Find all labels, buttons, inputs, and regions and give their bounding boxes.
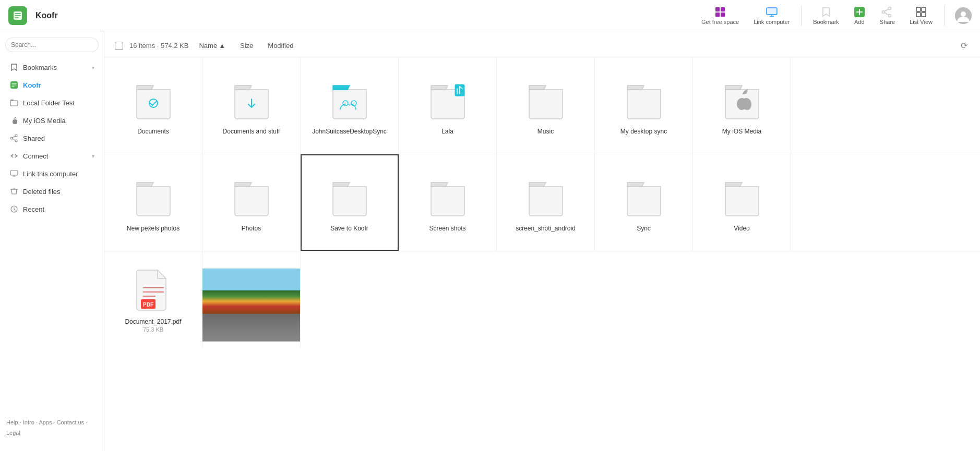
file-name: Documents: [137, 128, 169, 135]
app-title: Koofr: [35, 11, 58, 20]
folder-photos[interactable]: Photos: [202, 154, 301, 251]
search-input[interactable]: [5, 38, 99, 52]
topbar-divider-1: [801, 5, 802, 26]
share-button[interactable]: Share: [875, 3, 900, 28]
svg-rect-3: [715, 13, 720, 17]
folder-icon: [623, 174, 665, 221]
folder-screen-shoti[interactable]: screen_shoti_android: [497, 154, 595, 251]
folder-icon: [721, 174, 763, 221]
image-preview: [202, 269, 301, 342]
svg-rect-4: [721, 13, 725, 17]
grid-row-3: PDF Document_2017.pdf 75.3 KB: [104, 251, 980, 348]
svg-rect-21: [10, 170, 18, 175]
connect-chevron-icon: ▾: [92, 153, 94, 159]
folder-icon: [329, 77, 371, 124]
footer-apps-link[interactable]: Apps: [39, 419, 52, 425]
folder-music[interactable]: Music: [497, 57, 595, 154]
folder-video[interactable]: Video: [693, 154, 791, 251]
file-name: Screen shots: [429, 225, 465, 232]
link-computer-button[interactable]: Link computer: [748, 3, 795, 28]
share-icon: [9, 133, 19, 143]
main-layout: Bookmarks ▾ Koofr Local Folder Test: [0, 31, 980, 451]
list-view-button[interactable]: List View: [904, 3, 938, 28]
sidebar-item-recent[interactable]: Recent: [3, 201, 101, 217]
file-name: My iOS Media: [722, 128, 761, 135]
folder-icon: [427, 77, 469, 124]
file-info: [202, 342, 300, 348]
footer-contact-link[interactable]: Contact us: [57, 419, 85, 425]
svg-rect-1: [715, 7, 720, 11]
sort-name-button[interactable]: Name ▲: [195, 40, 230, 52]
footer-legal-link[interactable]: Legal: [6, 430, 20, 436]
item-count: 16 items · 574.2 KB: [129, 42, 188, 50]
folder-icon: [721, 77, 763, 124]
topbar: Koofr Get free space Link computer Bookm…: [0, 0, 980, 31]
file-name: Music: [537, 128, 554, 135]
file-size: 75.3 KB: [143, 326, 163, 333]
file-name: Video: [734, 225, 749, 232]
refresh-button[interactable]: ⟳: [959, 39, 970, 53]
folder-lala[interactable]: Lala: [399, 57, 497, 154]
folder-johnsuitcase[interactable]: JohnSuitcaseDesktopSync: [301, 57, 399, 154]
folder-icon: [9, 98, 19, 107]
sidebar-item-local-folder[interactable]: Local Folder Test: [3, 94, 101, 111]
file-name: Documents and stuff: [223, 128, 280, 135]
svg-rect-12: [916, 13, 921, 17]
sidebar-item-ios-media[interactable]: My iOS Media: [3, 112, 101, 129]
folder-icon: [525, 174, 567, 221]
svg-rect-17: [10, 101, 18, 106]
sidebar-item-connect[interactable]: Connect ▾: [3, 148, 101, 164]
file-name: Sync: [637, 225, 651, 232]
svg-point-19: [10, 137, 13, 139]
svg-rect-11: [922, 7, 926, 11]
folder-ios-media[interactable]: My iOS Media: [693, 57, 791, 154]
file-name: JohnSuitcaseDesktopSync: [312, 128, 387, 135]
folder-save-to-koofr[interactable]: Save to Koofr: [301, 154, 399, 251]
sidebar-item-deleted[interactable]: Deleted files: [3, 183, 101, 200]
file-name: Save to Koofr: [330, 225, 368, 232]
sidebar-item-bookmarks[interactable]: Bookmarks ▾: [3, 59, 101, 76]
footer-intro-link[interactable]: Intro: [23, 419, 34, 425]
grid-row-2: New pexels photos Photos: [104, 154, 980, 251]
folder-icon: [427, 174, 469, 221]
svg-point-15: [961, 11, 966, 17]
sort-modified-button[interactable]: Modified: [264, 40, 297, 52]
folder-icon: [231, 174, 272, 221]
folder-documents[interactable]: Documents: [104, 57, 202, 154]
add-button[interactable]: Add: [848, 3, 870, 28]
user-avatar[interactable]: [955, 7, 972, 24]
svg-rect-2: [721, 7, 725, 11]
folder-icon: [231, 77, 272, 124]
topbar-divider-2: [944, 5, 945, 26]
bookmark-button[interactable]: Bookmark: [808, 3, 844, 28]
search-container[interactable]: [5, 38, 99, 52]
bookmark-icon: [9, 63, 19, 72]
folder-screen-shots[interactable]: Screen shots: [399, 154, 497, 251]
file-name: My desktop sync: [620, 128, 667, 135]
grid-row-1: Documents Documents and stuff: [104, 57, 980, 154]
file-name: screen_shoti_android: [516, 225, 576, 232]
folder-desktop-sync[interactable]: My desktop sync: [595, 57, 693, 154]
file-name: New pexels photos: [127, 225, 180, 232]
apple-icon: [9, 116, 19, 125]
footer-help-link[interactable]: Help: [6, 419, 18, 425]
folder-sync[interactable]: Sync: [595, 154, 693, 251]
sidebar-item-koofr[interactable]: Koofr: [3, 77, 101, 93]
folder-documents-stuff[interactable]: Documents and stuff: [202, 57, 301, 154]
folder-new-pexels[interactable]: New pexels photos: [104, 154, 202, 251]
file-document-pdf[interactable]: PDF Document_2017.pdf 75.3 KB: [104, 251, 202, 348]
sort-size-button[interactable]: Size: [236, 40, 257, 52]
sidebar-item-shared[interactable]: Shared: [3, 130, 101, 147]
content-area: 16 items · 574.2 KB Name ▲ Size Modified…: [104, 31, 980, 451]
folder-icon: [329, 174, 371, 221]
select-all-checkbox[interactable]: [115, 42, 123, 50]
svg-point-9: [889, 14, 891, 17]
sidebar-item-link-computer[interactable]: Link this computer: [3, 165, 101, 182]
file-mountain-image[interactable]: [202, 251, 301, 348]
svg-text:PDF: PDF: [143, 302, 153, 308]
get-free-space-button[interactable]: Get free space: [696, 3, 744, 28]
folder-icon: [525, 77, 567, 124]
sidebar: Bookmarks ▾ Koofr Local Folder Test: [0, 31, 104, 451]
monitor-icon: [9, 169, 19, 178]
file-name: Lala: [441, 128, 453, 135]
